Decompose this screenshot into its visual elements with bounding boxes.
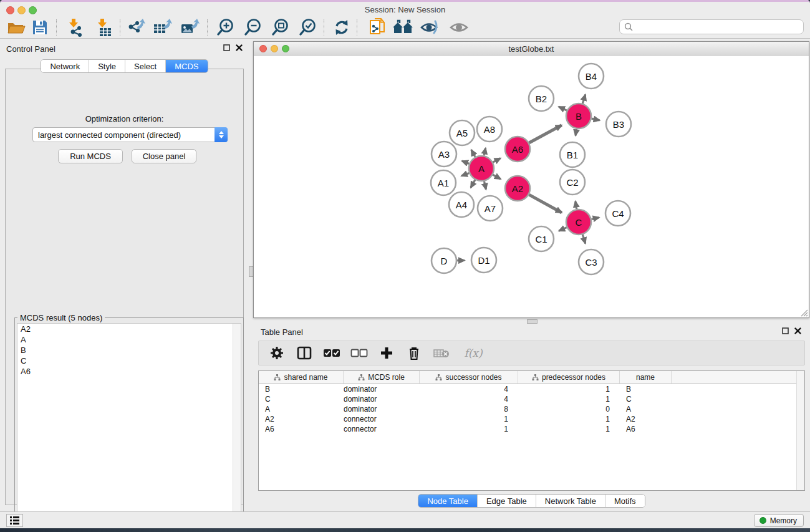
close-panel-button[interactable]: Close panel xyxy=(132,149,196,163)
tab-select[interactable]: Select xyxy=(125,60,166,72)
graph-node-A[interactable]: A xyxy=(469,156,494,181)
edge-A-to-A8[interactable] xyxy=(484,148,485,155)
edge-A6-to-B[interactable] xyxy=(529,125,561,143)
open-session-button[interactable] xyxy=(5,17,27,37)
deselect-all-columns-button[interactable] xyxy=(350,344,369,362)
run-mcds-button[interactable]: Run MCDS xyxy=(58,149,123,163)
resize-grip-icon[interactable] xyxy=(800,309,808,317)
table-row[interactable]: C dominator 4 1 C xyxy=(259,394,804,404)
graph-node-C4[interactable]: C4 xyxy=(605,201,630,226)
save-session-button[interactable] xyxy=(29,17,51,37)
graph-node-B[interactable]: B xyxy=(566,104,591,128)
table-row[interactable]: A2 connector 1 1 A2 xyxy=(259,414,804,424)
edge-B-to-B2[interactable] xyxy=(559,107,567,110)
table-row[interactable]: A6 connector 1 1 A6 xyxy=(259,424,804,434)
column-header-successor-nodes[interactable]: successor nodes xyxy=(420,371,518,384)
edge-A-to-A2[interactable] xyxy=(493,175,500,179)
result-item[interactable]: A xyxy=(17,334,241,345)
tab-edge-table[interactable]: Edge Table xyxy=(478,495,536,507)
graph-node-A5[interactable]: A5 xyxy=(450,120,475,145)
graph-node-D1[interactable]: D1 xyxy=(471,248,496,273)
edge-A2-to-C[interactable] xyxy=(529,195,561,213)
search-field[interactable] xyxy=(619,19,804,34)
graph-node-B1[interactable]: B1 xyxy=(560,142,585,167)
result-item[interactable]: A2 xyxy=(17,324,241,334)
table-row[interactable]: B dominator 4 1 B xyxy=(259,384,804,394)
column-header-mcds-role[interactable]: MCDS role xyxy=(344,371,420,384)
graph-node-A4[interactable]: A4 xyxy=(449,192,474,217)
zoom-out-button[interactable] xyxy=(241,17,264,37)
memory-button[interactable]: Memory xyxy=(754,514,804,527)
result-item[interactable]: A6 xyxy=(17,366,241,377)
zoom-in-button[interactable] xyxy=(214,17,236,37)
graph-node-A2[interactable]: A2 xyxy=(505,176,530,201)
edge-A-to-A5[interactable] xyxy=(471,150,475,157)
hide-selected-button[interactable] xyxy=(419,17,441,37)
column-header-name[interactable]: name xyxy=(620,371,672,384)
network-window-titlebar[interactable]: testGlobe.txt xyxy=(254,42,809,56)
graph-node-C2[interactable]: C2 xyxy=(560,170,585,195)
result-scrollbar[interactable] xyxy=(233,324,241,525)
tab-mcds[interactable]: MCDS xyxy=(166,60,207,72)
select-all-columns-button[interactable] xyxy=(322,344,341,362)
close-panel-icon[interactable] xyxy=(236,44,243,51)
tab-network-table[interactable]: Network Table xyxy=(536,495,605,507)
graph-node-B4[interactable]: B4 xyxy=(579,64,604,89)
import-table-button[interactable] xyxy=(92,17,115,37)
edge-B-to-B4[interactable] xyxy=(582,95,585,104)
graph-node-A6[interactable]: A6 xyxy=(505,137,530,162)
edge-A-to-A4[interactable] xyxy=(471,180,475,187)
graph-node-B3[interactable]: B3 xyxy=(606,112,631,137)
tab-network[interactable]: Network xyxy=(41,60,89,72)
result-item[interactable]: C xyxy=(17,355,241,366)
edge-A-to-A7[interactable] xyxy=(484,181,486,190)
edge-C-to-C1[interactable] xyxy=(559,228,567,231)
create-column-button[interactable] xyxy=(377,344,396,362)
search-input[interactable] xyxy=(636,22,803,31)
graph-node-C1[interactable]: C1 xyxy=(529,226,554,251)
function-builder-button[interactable]: f(x) xyxy=(460,344,487,362)
refresh-layout-button[interactable] xyxy=(330,17,353,37)
network-canvas[interactable]: B4B2BB3A8A5A6A3B1AA1C2A2A4A7C4CC1DD1C3 xyxy=(254,56,809,317)
graph-node-A3[interactable]: A3 xyxy=(432,142,456,167)
graph-node-C3[interactable]: C3 xyxy=(579,249,604,274)
zoom-fit-button[interactable] xyxy=(269,17,291,37)
column-header-shared-name[interactable]: shared name xyxy=(259,371,344,384)
export-network-button[interactable] xyxy=(125,17,147,37)
zoom-selected-button[interactable] xyxy=(296,17,319,37)
column-header-predecessor-nodes[interactable]: predecessor nodes xyxy=(518,371,620,384)
float-panel-icon[interactable] xyxy=(782,327,789,334)
table-settings-button[interactable] xyxy=(268,344,286,362)
mcds-result-list[interactable]: A2 A B C A6 xyxy=(17,323,241,526)
edge-C-to-C2[interactable] xyxy=(576,201,577,210)
show-task-history-button[interactable] xyxy=(6,514,23,527)
delete-table-button[interactable] xyxy=(432,344,451,362)
show-column-panel-button[interactable] xyxy=(295,344,314,362)
graph-node-C[interactable]: C xyxy=(566,210,591,235)
edge-A-to-A3[interactable] xyxy=(462,161,469,163)
export-image-button[interactable] xyxy=(178,17,201,37)
criterion-dropdown[interactable]: largest connected component (directed) xyxy=(32,127,228,142)
edge-C-to-C4[interactable] xyxy=(591,218,599,220)
float-panel-icon[interactable] xyxy=(223,44,230,51)
import-network-button[interactable] xyxy=(64,17,86,37)
show-all-button[interactable] xyxy=(448,17,470,37)
tab-node-table[interactable]: Node Table xyxy=(418,495,478,507)
graph-node-A7[interactable]: A7 xyxy=(478,196,503,221)
delete-column-button[interactable] xyxy=(405,344,423,362)
tab-style[interactable]: Style xyxy=(89,60,125,72)
tab-motifs[interactable]: Motifs xyxy=(605,495,645,507)
result-item[interactable]: B xyxy=(17,345,241,355)
edge-A-to-A6[interactable] xyxy=(493,158,501,162)
first-neighbors-button[interactable] xyxy=(392,17,414,37)
graph-node-B2[interactable]: B2 xyxy=(529,86,554,111)
edge-C-to-C3[interactable] xyxy=(582,235,585,243)
table-row[interactable]: A dominator 8 0 A xyxy=(259,404,804,414)
export-table-button[interactable] xyxy=(151,17,173,37)
close-panel-icon[interactable] xyxy=(794,327,801,334)
new-network-from-selection-button[interactable] xyxy=(367,17,389,37)
table-scrollbar[interactable] xyxy=(796,371,804,490)
edge-B-to-B3[interactable] xyxy=(592,118,600,120)
edge-B-to-B1[interactable] xyxy=(576,129,577,136)
graph-node-A8[interactable]: A8 xyxy=(477,117,502,142)
